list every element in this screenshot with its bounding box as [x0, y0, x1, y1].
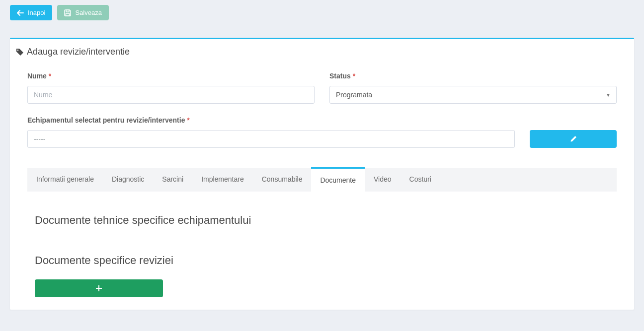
edit-equipment-button[interactable] — [530, 130, 617, 148]
svg-rect-0 — [66, 10, 69, 12]
tab-diagnostic[interactable]: Diagnostic — [103, 168, 153, 192]
section-heading-equipment-docs: Documente tehnice specifice echipamentul… — [35, 214, 609, 227]
section-heading-revision-docs: Documente specifice reviziei — [35, 254, 609, 267]
main-panel: Adauga revizie/interventie Nume * Status… — [10, 38, 634, 310]
back-button[interactable]: Inapoi — [10, 5, 52, 20]
name-input[interactable] — [27, 86, 315, 104]
top-toolbar: Inapoi Salveaza — [10, 5, 634, 20]
caret-down-icon: ▼ — [606, 92, 611, 98]
equipment-group: Echipamentul selectat pentru revizie/int… — [27, 116, 515, 148]
required-star: * — [49, 72, 51, 80]
tab-documente[interactable]: Documente — [311, 167, 365, 192]
panel-title: Adauga revizie/interventie — [27, 47, 130, 57]
tag-icon — [16, 48, 24, 56]
name-label: Nume * — [27, 72, 315, 80]
svg-rect-1 — [66, 13, 70, 16]
status-value: Programata — [336, 91, 372, 99]
tab-costuri[interactable]: Costuri — [401, 168, 440, 192]
pencil-icon — [570, 135, 577, 142]
status-group: Status * Programata ▼ — [329, 72, 617, 104]
svg-point-2 — [17, 49, 19, 51]
tabs-nav: Informatii generale Diagnostic Sarcini I… — [27, 168, 617, 192]
svg-rect-4 — [96, 288, 102, 289]
tab-content-documente: Documente tehnice specifice echipamentul… — [27, 192, 617, 297]
tab-consumabile[interactable]: Consumabile — [253, 168, 312, 192]
equipment-label: Echipamentul selectat pentru revizie/int… — [27, 116, 515, 124]
equipment-input[interactable] — [27, 130, 515, 148]
save-label: Salveaza — [75, 9, 101, 16]
required-star: * — [353, 72, 355, 80]
save-icon — [64, 9, 71, 16]
status-label: Status * — [329, 72, 617, 80]
tab-informatii-generale[interactable]: Informatii generale — [27, 168, 103, 192]
tab-implementare[interactable]: Implementare — [192, 168, 253, 192]
save-button[interactable]: Salveaza — [57, 5, 108, 20]
add-document-button[interactable] — [35, 279, 163, 297]
tab-sarcini[interactable]: Sarcini — [153, 168, 192, 192]
plus-icon — [96, 285, 102, 291]
back-label: Inapoi — [28, 9, 45, 16]
tab-video[interactable]: Video — [365, 168, 401, 192]
required-star: * — [187, 116, 189, 124]
status-select[interactable]: Programata — [329, 86, 617, 104]
arrow-left-icon — [17, 10, 24, 16]
name-group: Nume * — [27, 72, 315, 104]
panel-header: Adauga revizie/interventie — [10, 39, 634, 57]
